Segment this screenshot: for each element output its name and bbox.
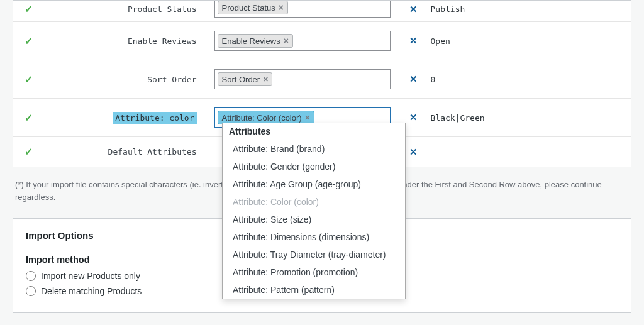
tag-input[interactable]: Enable Reviews× (214, 31, 391, 51)
selected-chip[interactable]: Enable Reviews× (218, 34, 293, 48)
row-label: Sort Order (147, 75, 196, 84)
sample-value: Black|Green (425, 99, 631, 137)
check-icon: ✓ (25, 36, 33, 47)
mapping-row: ✓Product StatusProduct Status×✕Publish (13, 1, 631, 22)
chip-label: Sort Order (222, 75, 260, 84)
chip-remove-icon[interactable]: × (263, 74, 268, 84)
chip-label: Attribute: Color (color) (222, 113, 302, 123)
dropdown-option[interactable]: Attribute: Age Group (age-group) (223, 175, 405, 193)
dropdown-option[interactable]: Attribute: Size (size) (223, 211, 405, 228)
radio-input[interactable] (26, 286, 36, 296)
row-label: Product Status (128, 4, 197, 14)
mapping-row: ✓Sort OrderSort Order×✕0 (13, 60, 631, 99)
sample-value: Open (425, 22, 631, 60)
dropdown-option: Attribute: Color (color) (223, 193, 405, 211)
check-icon: ✓ (25, 4, 33, 14)
mapping-row: ✓Enable ReviewsEnable Reviews×✕Open (13, 22, 631, 60)
row-label: Default Attributes (108, 147, 197, 157)
row-label: Enable Reviews (128, 36, 197, 46)
chip-remove-icon[interactable]: × (284, 36, 289, 46)
attribute-dropdown[interactable]: Attributes Attribute: Brand (brand)Attri… (222, 123, 406, 299)
check-icon: ✓ (25, 113, 33, 123)
dropdown-option[interactable]: Attribute: Promotion (promotion) (223, 263, 405, 281)
chip-remove-icon[interactable]: × (279, 3, 284, 13)
dropdown-option[interactable]: Attribute: Brand (brand) (223, 140, 405, 158)
dropdown-option[interactable]: Attribute: Gender (gender) (223, 158, 405, 175)
clear-icon[interactable]: ✕ (409, 4, 418, 14)
dropdown-group-label: Attributes (223, 123, 405, 140)
clear-icon[interactable]: ✕ (409, 146, 418, 157)
chip-label: Enable Reviews (222, 36, 280, 46)
clear-icon[interactable]: ✕ (409, 74, 418, 84)
clear-icon[interactable]: ✕ (409, 112, 418, 123)
clear-icon[interactable]: ✕ (409, 35, 418, 46)
row-label: Attribute: color (113, 112, 196, 124)
selected-chip[interactable]: Product Status× (218, 1, 288, 14)
chip-remove-icon[interactable]: × (305, 113, 310, 123)
sample-value: 0 (425, 60, 631, 99)
tag-input[interactable]: Sort Order× (214, 69, 391, 89)
check-icon: ✓ (25, 74, 33, 85)
dropdown-option[interactable]: Attribute: Dimensions (dimensions) (223, 228, 405, 246)
dropdown-option[interactable]: Attribute: Tray Diameter (tray-diameter) (223, 246, 405, 263)
dropdown-option[interactable]: Attribute: Pattern (pattern) (223, 281, 405, 299)
radio-input[interactable] (26, 271, 36, 281)
tag-input[interactable]: Product Status× (214, 1, 391, 18)
radio-label: Import new Products only (41, 271, 140, 281)
sample-value (425, 137, 631, 167)
chip-label: Product Status (222, 3, 275, 13)
selected-chip[interactable]: Sort Order× (218, 72, 273, 86)
sample-value: Publish (425, 1, 631, 22)
check-icon: ✓ (25, 146, 33, 157)
radio-label: Delete matching Products (41, 286, 142, 296)
